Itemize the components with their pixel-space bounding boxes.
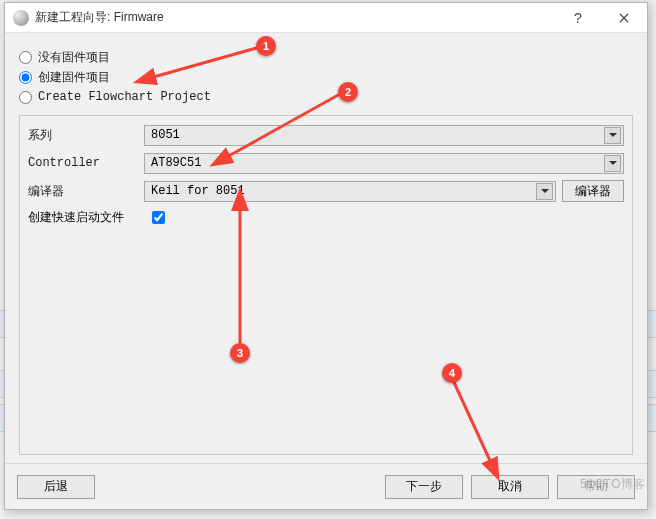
- window-title: 新建工程向导: Firmware: [35, 9, 555, 26]
- quickstart-label: 创建快速启动文件: [28, 209, 138, 226]
- radio-no-firmware[interactable]: 没有固件项目: [19, 47, 633, 67]
- compiler-label: 编译器: [28, 183, 138, 200]
- wizard-dialog: 新建工程向导: Firmware ? 没有固件项目 创建固件项目 Create …: [4, 2, 648, 510]
- radio-group: 没有固件项目 创建固件项目 Create Flowchart Project: [19, 47, 633, 107]
- titlebar: 新建工程向导: Firmware ?: [5, 3, 647, 33]
- radio-create-firmware-label: 创建固件项目: [38, 69, 110, 86]
- cancel-button[interactable]: 取消: [471, 475, 549, 499]
- radio-create-firmware-input[interactable]: [19, 71, 32, 84]
- radio-create-flowchart-label: Create Flowchart Project: [38, 90, 211, 104]
- chevron-down-icon: [604, 155, 621, 172]
- firmware-group: 系列 8051 Controller AT89C51 编译器 Keil for …: [19, 115, 633, 455]
- series-value: 8051: [151, 128, 604, 142]
- radio-create-flowchart-input[interactable]: [19, 91, 32, 104]
- compiler-button[interactable]: 编译器: [562, 180, 624, 202]
- controller-combo[interactable]: AT89C51: [144, 153, 624, 174]
- help-button-footer[interactable]: 帮助: [557, 475, 635, 499]
- row-series: 系列 8051: [28, 122, 624, 148]
- close-button[interactable]: [601, 3, 647, 33]
- series-combo[interactable]: 8051: [144, 125, 624, 146]
- row-controller: Controller AT89C51: [28, 150, 624, 176]
- series-label: 系列: [28, 127, 138, 144]
- chevron-down-icon: [536, 183, 553, 200]
- compiler-combo[interactable]: Keil for 8051: [144, 181, 556, 202]
- controller-value: AT89C51: [151, 156, 604, 170]
- radio-create-firmware[interactable]: 创建固件项目: [19, 67, 633, 87]
- annotation-marker-1: 1: [256, 36, 276, 56]
- dialog-body: 没有固件项目 创建固件项目 Create Flowchart Project 系…: [5, 33, 647, 463]
- radio-create-flowchart[interactable]: Create Flowchart Project: [19, 87, 633, 107]
- annotation-marker-2: 2: [338, 82, 358, 102]
- controller-label: Controller: [28, 156, 138, 170]
- annotation-marker-4: 4: [442, 363, 462, 383]
- radio-no-firmware-input[interactable]: [19, 51, 32, 64]
- row-quickstart: 创建快速启动文件: [28, 208, 624, 227]
- row-compiler: 编译器 Keil for 8051 编译器: [28, 178, 624, 204]
- help-button[interactable]: ?: [555, 3, 601, 33]
- footer: 后退 下一步 取消 帮助: [5, 463, 647, 509]
- compiler-value: Keil for 8051: [151, 184, 536, 198]
- close-icon: [619, 13, 629, 23]
- next-button[interactable]: 下一步: [385, 475, 463, 499]
- chevron-down-icon: [604, 127, 621, 144]
- back-button[interactable]: 后退: [17, 475, 95, 499]
- annotation-marker-3: 3: [230, 343, 250, 363]
- quickstart-checkbox[interactable]: [152, 211, 165, 224]
- radio-no-firmware-label: 没有固件项目: [38, 49, 110, 66]
- app-icon: [13, 10, 29, 26]
